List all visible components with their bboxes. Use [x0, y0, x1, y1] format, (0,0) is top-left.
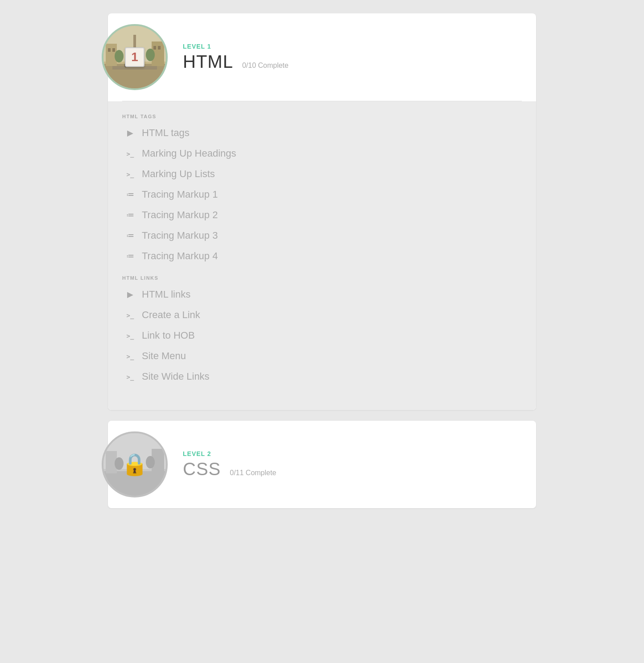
level-2-title-row: CSS 0/11 Complete [183, 459, 522, 479]
html-links-lesson-list: HTML links Create a Link Link to HOB Sit… [122, 284, 522, 387]
lesson-html-tags-video[interactable]: HTML tags [122, 123, 522, 143]
play-icon [122, 128, 138, 138]
list-icon-2 [122, 210, 138, 220]
level-1-header: 1 LEVEL 1 HTML 0/10 Complete [108, 13, 536, 101]
level-2-avatar-image: 🔒 [103, 433, 166, 496]
level-2-complete: 0/11 Complete [230, 469, 276, 477]
lesson-site-menu-label: Site Menu [142, 350, 186, 362]
lesson-link-to-hob[interactable]: Link to HOB [122, 325, 522, 346]
prompt-icon-5 [122, 352, 138, 361]
level-1-info: LEVEL 1 HTML 0/10 Complete [179, 43, 522, 72]
lesson-tracing-markup-4[interactable]: Tracing Markup 4 [122, 246, 522, 266]
lesson-site-wide-links[interactable]: Site Wide Links [122, 366, 522, 387]
lesson-marking-up-headings-label: Marking Up Headings [142, 148, 236, 159]
lesson-site-wide-links-label: Site Wide Links [142, 371, 210, 382]
lesson-create-a-link[interactable]: Create a Link [122, 305, 522, 325]
level-2-avatar-wrapper: 🔒 [99, 431, 170, 497]
prompt-icon-2 [122, 170, 138, 179]
prompt-icon-4 [122, 331, 138, 340]
prompt-icon-3 [122, 311, 138, 320]
level-1-complete: 0/10 Complete [242, 62, 289, 70]
lesson-marking-up-headings[interactable]: Marking Up Headings [122, 143, 522, 164]
level-1-avatar: 1 [102, 24, 168, 90]
lesson-tracing-markup-4-label: Tracing Markup 4 [142, 250, 218, 262]
lesson-tracing-markup-3-label: Tracing Markup 3 [142, 230, 218, 241]
level-1-card: 1 LEVEL 1 HTML 0/10 Complete HTML TAGS H… [108, 13, 536, 410]
svg-rect-4 [108, 48, 111, 52]
play-icon-2 [122, 290, 138, 299]
lesson-tracing-markup-1[interactable]: Tracing Markup 1 [122, 184, 522, 205]
level-2-header: 🔒 LEVEL 2 CSS 0/11 Complete [108, 421, 536, 508]
level-1-avatar-wrapper: 1 [99, 24, 170, 90]
html-tags-section-label: HTML TAGS [122, 114, 522, 119]
lesson-html-tags-video-label: HTML tags [142, 127, 190, 139]
level-1-title-row: HTML 0/10 Complete [183, 52, 522, 72]
level-1-title: HTML [183, 52, 233, 72]
lesson-create-a-link-label: Create a Link [142, 309, 200, 321]
prompt-icon-6 [122, 372, 138, 381]
lesson-html-links-video[interactable]: HTML links [122, 284, 522, 305]
lesson-marking-up-lists-label: Marking Up Lists [142, 168, 215, 180]
prompt-icon-1 [122, 149, 138, 158]
level-2-title: CSS [183, 459, 221, 479]
list-icon-1 [122, 190, 138, 199]
lesson-tracing-markup-2[interactable]: Tracing Markup 2 [122, 205, 522, 225]
svg-rect-8 [158, 46, 161, 50]
level-2-info: LEVEL 2 CSS 0/11 Complete [179, 450, 522, 479]
level-1-badge: 1 [125, 47, 144, 67]
lesson-tracing-markup-2-label: Tracing Markup 2 [142, 209, 218, 221]
lesson-html-links-video-label: HTML links [142, 289, 190, 300]
svg-point-11 [115, 50, 124, 62]
lock-icon: 🔒 [121, 452, 148, 477]
lesson-site-menu[interactable]: Site Menu [122, 346, 522, 366]
html-links-section-label: HTML LINKS [122, 275, 522, 281]
level-2-avatar: 🔒 [102, 431, 168, 497]
lesson-tracing-markup-1-label: Tracing Markup 1 [142, 189, 218, 200]
lesson-tracing-markup-3[interactable]: Tracing Markup 3 [122, 225, 522, 246]
list-icon-3 [122, 231, 138, 240]
lesson-link-to-hob-label: Link to HOB [142, 330, 195, 341]
level-2-card: 🔒 LEVEL 2 CSS 0/11 Complete [108, 421, 536, 508]
html-tags-lesson-list: HTML tags Marking Up Headings Marking Up… [122, 123, 522, 266]
list-icon-4 [122, 251, 138, 261]
lesson-marking-up-lists[interactable]: Marking Up Lists [122, 164, 522, 184]
svg-rect-7 [153, 46, 156, 50]
level-1-content: HTML TAGS HTML tags Marking Up Headings … [108, 101, 536, 410]
svg-point-12 [146, 49, 155, 61]
level-1-label: LEVEL 1 [183, 43, 522, 50]
level-2-label: LEVEL 2 [183, 450, 522, 457]
svg-rect-5 [112, 48, 115, 52]
